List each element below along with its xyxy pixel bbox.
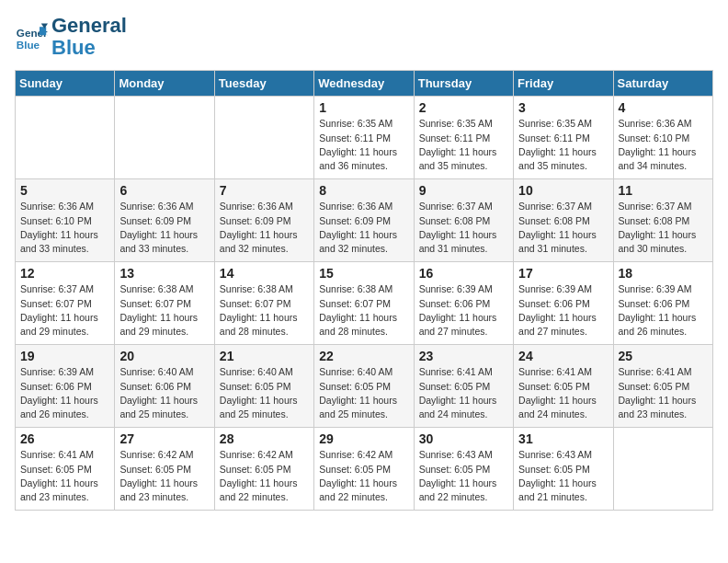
- logo-icon: General Blue: [15, 20, 48, 53]
- calendar-cell: 19Sunrise: 6:39 AM Sunset: 6:06 PM Dayli…: [16, 345, 115, 428]
- day-number: 8: [319, 183, 408, 198]
- day-info: Sunrise: 6:37 AM Sunset: 6:08 PM Dayligh…: [518, 200, 608, 256]
- logo: General Blue GeneralBlue: [15, 15, 127, 59]
- calendar-table: SundayMondayTuesdayWednesdayThursdayFrid…: [15, 70, 713, 511]
- header: General Blue GeneralBlue: [15, 15, 713, 59]
- day-info: Sunrise: 6:37 AM Sunset: 6:07 PM Dayligh…: [20, 282, 109, 339]
- calendar-cell: 11Sunrise: 6:37 AM Sunset: 6:08 PM Dayli…: [613, 179, 712, 262]
- calendar-cell: 8Sunrise: 6:36 AM Sunset: 6:09 PM Daylig…: [314, 179, 414, 262]
- day-info: Sunrise: 6:41 AM Sunset: 6:05 PM Dayligh…: [518, 365, 608, 421]
- day-number: 2: [419, 100, 508, 115]
- calendar-cell: 29Sunrise: 6:42 AM Sunset: 6:05 PM Dayli…: [314, 428, 414, 511]
- day-number: 26: [20, 431, 109, 446]
- day-number: 17: [518, 266, 608, 281]
- day-number: 6: [119, 183, 209, 198]
- day-number: 14: [220, 266, 309, 281]
- day-number: 30: [419, 431, 508, 446]
- calendar-cell: 27Sunrise: 6:42 AM Sunset: 6:05 PM Dayli…: [115, 428, 214, 511]
- day-number: 29: [319, 431, 408, 446]
- day-number: 19: [20, 349, 109, 363]
- day-info: Sunrise: 6:35 AM Sunset: 6:11 PM Dayligh…: [319, 117, 408, 173]
- day-info: Sunrise: 6:42 AM Sunset: 6:05 PM Dayligh…: [220, 448, 309, 504]
- day-info: Sunrise: 6:39 AM Sunset: 6:06 PM Dayligh…: [20, 365, 109, 421]
- day-info: Sunrise: 6:41 AM Sunset: 6:05 PM Dayligh…: [20, 448, 109, 504]
- calendar-cell: 15Sunrise: 6:38 AM Sunset: 6:07 PM Dayli…: [314, 262, 414, 345]
- week-row-5: 26Sunrise: 6:41 AM Sunset: 6:05 PM Dayli…: [16, 428, 713, 511]
- day-info: Sunrise: 6:41 AM Sunset: 6:05 PM Dayligh…: [619, 365, 708, 421]
- calendar-cell: 28Sunrise: 6:42 AM Sunset: 6:05 PM Dayli…: [214, 428, 313, 511]
- day-info: Sunrise: 6:38 AM Sunset: 6:07 PM Dayligh…: [220, 282, 309, 339]
- day-info: Sunrise: 6:37 AM Sunset: 6:08 PM Dayligh…: [419, 200, 508, 256]
- day-number: 28: [220, 431, 309, 446]
- day-number: 10: [518, 183, 608, 198]
- day-info: Sunrise: 6:36 AM Sunset: 6:09 PM Dayligh…: [319, 200, 408, 256]
- day-number: 18: [619, 266, 708, 281]
- week-row-2: 5Sunrise: 6:36 AM Sunset: 6:10 PM Daylig…: [16, 179, 713, 262]
- col-header-thursday: Thursday: [414, 71, 513, 97]
- day-info: Sunrise: 6:39 AM Sunset: 6:06 PM Dayligh…: [619, 282, 708, 339]
- day-info: Sunrise: 6:40 AM Sunset: 6:06 PM Dayligh…: [119, 365, 209, 421]
- calendar-cell: 4Sunrise: 6:36 AM Sunset: 6:10 PM Daylig…: [613, 97, 712, 179]
- day-info: Sunrise: 6:40 AM Sunset: 6:05 PM Dayligh…: [319, 365, 408, 421]
- day-info: Sunrise: 6:36 AM Sunset: 6:09 PM Dayligh…: [119, 200, 209, 256]
- day-info: Sunrise: 6:38 AM Sunset: 6:07 PM Dayligh…: [119, 282, 209, 339]
- col-header-wednesday: Wednesday: [314, 71, 414, 97]
- day-number: 9: [419, 183, 508, 198]
- logo-text: GeneralBlue: [51, 15, 127, 59]
- day-number: 25: [619, 349, 708, 363]
- day-info: Sunrise: 6:39 AM Sunset: 6:06 PM Dayligh…: [518, 282, 608, 339]
- calendar-cell: 21Sunrise: 6:40 AM Sunset: 6:05 PM Dayli…: [214, 345, 313, 428]
- col-header-saturday: Saturday: [613, 71, 712, 97]
- day-number: 3: [518, 100, 608, 115]
- calendar-cell: [214, 97, 313, 179]
- week-row-1: 1Sunrise: 6:35 AM Sunset: 6:11 PM Daylig…: [16, 97, 713, 179]
- calendar-cell: 31Sunrise: 6:43 AM Sunset: 6:05 PM Dayli…: [514, 428, 613, 511]
- day-number: 23: [419, 349, 508, 363]
- calendar-cell: 13Sunrise: 6:38 AM Sunset: 6:07 PM Dayli…: [115, 262, 214, 345]
- day-number: 11: [619, 183, 708, 198]
- calendar-cell: 17Sunrise: 6:39 AM Sunset: 6:06 PM Dayli…: [514, 262, 613, 345]
- day-number: 16: [419, 266, 508, 281]
- calendar-cell: 23Sunrise: 6:41 AM Sunset: 6:05 PM Dayli…: [414, 345, 513, 428]
- day-number: 13: [119, 266, 209, 281]
- calendar-cell: 24Sunrise: 6:41 AM Sunset: 6:05 PM Dayli…: [514, 345, 613, 428]
- calendar-cell: [613, 428, 712, 511]
- day-info: Sunrise: 6:36 AM Sunset: 6:09 PM Dayligh…: [220, 200, 309, 256]
- day-number: 5: [20, 183, 109, 198]
- day-number: 12: [20, 266, 109, 281]
- col-header-monday: Monday: [115, 71, 214, 97]
- calendar-cell: 16Sunrise: 6:39 AM Sunset: 6:06 PM Dayli…: [414, 262, 513, 345]
- day-number: 27: [119, 431, 209, 446]
- col-header-sunday: Sunday: [16, 71, 115, 97]
- week-row-3: 12Sunrise: 6:37 AM Sunset: 6:07 PM Dayli…: [16, 262, 713, 345]
- calendar-cell: 2Sunrise: 6:35 AM Sunset: 6:11 PM Daylig…: [414, 97, 513, 179]
- calendar-cell: [115, 97, 214, 179]
- day-info: Sunrise: 6:42 AM Sunset: 6:05 PM Dayligh…: [319, 448, 408, 504]
- day-info: Sunrise: 6:37 AM Sunset: 6:08 PM Dayligh…: [619, 200, 708, 256]
- day-info: Sunrise: 6:43 AM Sunset: 6:05 PM Dayligh…: [518, 448, 608, 504]
- day-number: 15: [319, 266, 408, 281]
- day-info: Sunrise: 6:35 AM Sunset: 6:11 PM Dayligh…: [518, 117, 608, 173]
- svg-text:Blue: Blue: [17, 39, 40, 51]
- calendar-cell: 25Sunrise: 6:41 AM Sunset: 6:05 PM Dayli…: [613, 345, 712, 428]
- col-header-tuesday: Tuesday: [214, 71, 313, 97]
- calendar-cell: 1Sunrise: 6:35 AM Sunset: 6:11 PM Daylig…: [314, 97, 414, 179]
- calendar-cell: 22Sunrise: 6:40 AM Sunset: 6:05 PM Dayli…: [314, 345, 414, 428]
- calendar-cell: 3Sunrise: 6:35 AM Sunset: 6:11 PM Daylig…: [514, 97, 613, 179]
- day-info: Sunrise: 6:35 AM Sunset: 6:11 PM Dayligh…: [419, 117, 508, 173]
- day-info: Sunrise: 6:36 AM Sunset: 6:10 PM Dayligh…: [20, 200, 109, 256]
- day-number: 22: [319, 349, 408, 363]
- calendar-cell: 26Sunrise: 6:41 AM Sunset: 6:05 PM Dayli…: [16, 428, 115, 511]
- calendar-cell: 6Sunrise: 6:36 AM Sunset: 6:09 PM Daylig…: [115, 179, 214, 262]
- day-info: Sunrise: 6:42 AM Sunset: 6:05 PM Dayligh…: [119, 448, 209, 504]
- day-info: Sunrise: 6:43 AM Sunset: 6:05 PM Dayligh…: [419, 448, 508, 504]
- svg-marker-2: [40, 27, 46, 35]
- day-number: 21: [220, 349, 309, 363]
- calendar-cell: 12Sunrise: 6:37 AM Sunset: 6:07 PM Dayli…: [16, 262, 115, 345]
- day-number: 1: [319, 100, 408, 115]
- week-row-4: 19Sunrise: 6:39 AM Sunset: 6:06 PM Dayli…: [16, 345, 713, 428]
- day-number: 31: [518, 431, 608, 446]
- calendar-cell: 20Sunrise: 6:40 AM Sunset: 6:06 PM Dayli…: [115, 345, 214, 428]
- day-info: Sunrise: 6:38 AM Sunset: 6:07 PM Dayligh…: [319, 282, 408, 339]
- calendar-cell: 5Sunrise: 6:36 AM Sunset: 6:10 PM Daylig…: [16, 179, 115, 262]
